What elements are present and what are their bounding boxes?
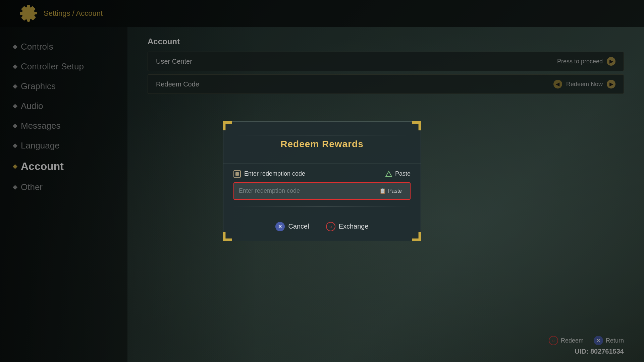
x-button-icon: ✕ — [275, 222, 285, 231]
o-button-icon: ○ — [326, 222, 335, 231]
paste-text-top: Paste — [395, 170, 411, 177]
svg-rect-0 — [235, 172, 239, 176]
modal-body: Enter redemption code Paste 📋 Paste — [223, 164, 421, 222]
input-label-row: Enter redemption code Paste — [233, 170, 411, 178]
modal-divider — [233, 206, 411, 207]
exchange-button[interactable]: ○ Exchange — [326, 222, 369, 231]
deco-line-bottom — [233, 153, 411, 153]
triangle-button-icon — [385, 170, 392, 178]
square-inner — [235, 172, 239, 176]
modal-footer: ✕ Cancel ○ Exchange — [223, 222, 421, 241]
exchange-label: Exchange — [339, 223, 369, 230]
cancel-label: Cancel — [288, 223, 309, 230]
code-input-wrapper[interactable]: 📋 Paste — [233, 182, 411, 200]
redeem-dialog: Redeem Rewards Enter redemption code — [223, 121, 421, 241]
paste-text-input: Paste — [388, 188, 402, 194]
input-paste-button[interactable]: 📋 Paste — [376, 186, 405, 195]
modal-title: Redeem Rewards — [233, 139, 411, 149]
deco-line-top — [233, 135, 411, 135]
redemption-code-input[interactable] — [239, 187, 376, 194]
modal-overlay: Redeem Rewards Enter redemption code — [0, 0, 644, 362]
paste-label-top[interactable]: Paste — [385, 170, 411, 178]
svg-marker-1 — [386, 171, 392, 177]
input-label-text: Enter redemption code — [244, 170, 305, 177]
cancel-button[interactable]: ✕ Cancel — [275, 222, 309, 231]
modal-header: Redeem Rewards — [223, 122, 421, 164]
clipboard-icon: 📋 — [379, 188, 386, 194]
input-label: Enter redemption code — [233, 170, 305, 178]
square-button-icon — [233, 170, 241, 178]
